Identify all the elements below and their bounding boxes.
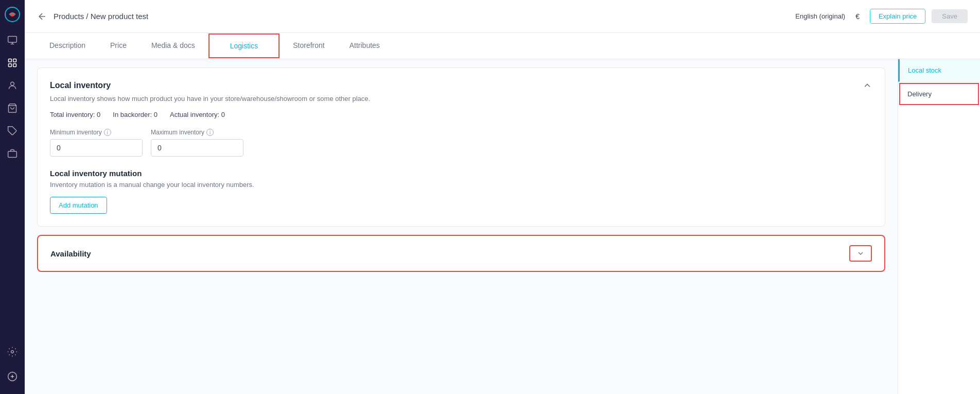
header-actions: English (original) € Explain price Save (795, 9, 968, 24)
svg-rect-2 (9, 59, 12, 62)
svg-rect-4 (9, 64, 12, 67)
currency-display: € (851, 10, 864, 23)
main-panel: Local inventory Local inventory shows ho… (25, 59, 898, 394)
right-sidebar-item-delivery[interactable]: Delivery (899, 83, 979, 105)
availability-header: Availability (38, 236, 884, 271)
content-area: Local inventory Local inventory shows ho… (25, 59, 980, 394)
explain-price-button[interactable]: Explain price (870, 9, 925, 24)
sidebar-icon-settings[interactable] (3, 342, 22, 361)
sidebar-icon-bag[interactable] (3, 99, 22, 117)
svg-rect-9 (8, 151, 17, 158)
inventory-stats: Total inventory: 0 In backorder: 0 Actua… (50, 111, 872, 118)
actual-inventory-value: 0 (221, 111, 225, 118)
availability-title: Availability (50, 249, 91, 258)
backorder-stat: In backorder: 0 (113, 111, 157, 118)
local-inventory-section: Local inventory Local inventory shows ho… (37, 67, 885, 227)
section-header: Local inventory (50, 80, 872, 91)
section-title: Local inventory (50, 81, 111, 90)
svg-point-6 (11, 82, 14, 85)
save-button[interactable]: Save (932, 9, 968, 23)
section-description: Local inventory shows how much product y… (50, 95, 872, 102)
total-inventory-value: 0 (97, 111, 100, 118)
mutation-section: Local inventory mutation Inventory mutat… (50, 169, 872, 214)
tab-price[interactable]: Price (98, 33, 139, 59)
breadcrumb: Products / New product test (54, 12, 148, 21)
mutation-title: Local inventory mutation (50, 169, 872, 178)
inventory-form-row: Minimum inventory i Maximum inventory i (50, 129, 872, 157)
sidebar (0, 0, 25, 394)
availability-section: Availability (37, 235, 885, 272)
availability-toggle-button[interactable] (849, 245, 872, 262)
sidebar-icon-tag[interactable] (3, 122, 22, 140)
add-mutation-button[interactable]: Add mutation (50, 197, 107, 214)
svg-rect-1 (8, 37, 17, 43)
right-sidebar-item-local-stock[interactable]: Local stock (898, 59, 980, 82)
backorder-value: 0 (154, 111, 157, 118)
actual-inventory-stat: Actual inventory: 0 (170, 111, 225, 118)
total-inventory-stat: Total inventory: 0 (50, 111, 100, 118)
max-inventory-field: Maximum inventory i (151, 129, 243, 157)
max-inventory-input[interactable] (151, 139, 243, 157)
tab-logistics[interactable]: Logistics (208, 33, 279, 58)
min-inventory-info-icon[interactable]: i (104, 129, 111, 136)
min-inventory-label: Minimum inventory i (50, 129, 143, 136)
tab-bar: Description Price Media & docs Logistics… (25, 33, 980, 59)
back-button[interactable] (37, 11, 47, 22)
svg-point-10 (11, 351, 14, 353)
sidebar-icon-briefcase[interactable] (3, 144, 22, 163)
max-inventory-info-icon[interactable]: i (206, 129, 214, 136)
svg-rect-3 (13, 59, 16, 62)
sidebar-icon-monitor[interactable] (3, 31, 22, 49)
language-selector[interactable]: English (original) (795, 12, 845, 20)
sidebar-icon-grid[interactable] (3, 54, 22, 72)
min-inventory-input[interactable] (50, 139, 143, 157)
svg-rect-5 (13, 64, 16, 67)
min-inventory-field: Minimum inventory i (50, 129, 143, 157)
tab-attributes[interactable]: Attributes (337, 33, 392, 59)
main-content: Products / New product test English (ori… (25, 0, 980, 394)
tab-media[interactable]: Media & docs (139, 33, 207, 59)
right-sidebar: Local stock Delivery (898, 59, 980, 394)
mutation-description: Inventory mutation is a manual change yo… (50, 181, 872, 189)
max-inventory-label: Maximum inventory i (151, 129, 243, 136)
page-header: Products / New product test English (ori… (25, 0, 980, 33)
sidebar-add-button[interactable] (3, 369, 22, 388)
collapse-button[interactable] (862, 80, 872, 91)
tab-storefront[interactable]: Storefront (281, 33, 337, 59)
tab-description[interactable]: Description (37, 33, 98, 59)
sidebar-icon-person[interactable] (3, 76, 22, 95)
app-logo[interactable] (4, 6, 21, 23)
